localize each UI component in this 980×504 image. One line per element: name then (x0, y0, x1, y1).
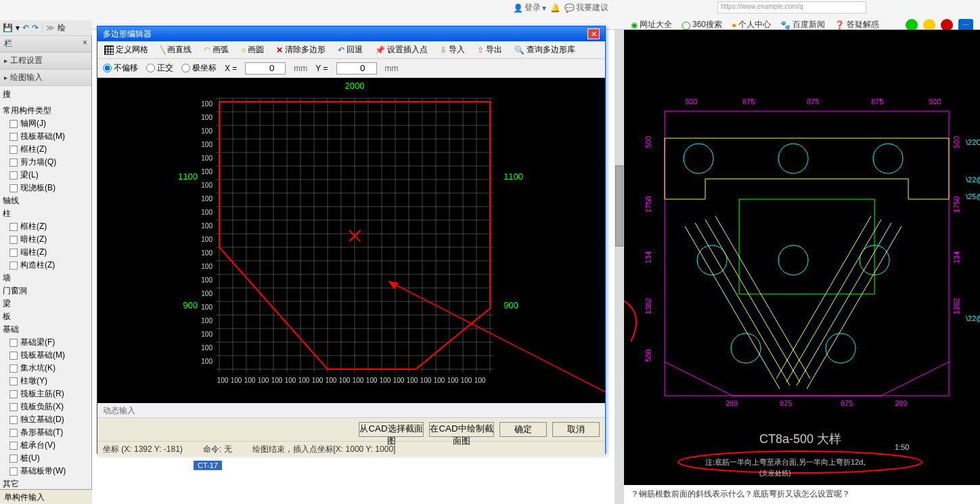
tree-item[interactable]: 梁(L) (0, 169, 91, 182)
tree-item-label: 框柱(Z) (20, 144, 47, 155)
address-bar[interactable]: https://www.example.com/q (717, 1, 866, 14)
tree-item[interactable]: 暗柱(Z) (0, 233, 91, 246)
svg-point-92 (684, 144, 713, 173)
tree-item[interactable]: 集水坑(K) (0, 362, 91, 375)
btn-cancel[interactable]: 取消 (552, 422, 600, 437)
svg-line-104 (715, 216, 810, 379)
panel-setting[interactable]: 工程设置 (0, 52, 91, 69)
item-icon (9, 249, 18, 257)
tree-item[interactable]: 框柱(Z) (0, 220, 91, 233)
tree-selected-ct17[interactable]: CT-17 (194, 461, 222, 470)
draw-label[interactable]: 绘 (58, 22, 66, 34)
tree-cat-col[interactable]: 柱 (0, 207, 91, 220)
svg-text:100: 100 (201, 249, 213, 257)
svg-text:100: 100 (447, 377, 459, 384)
btn-cad-select[interactable]: 从CAD选择截面图 (359, 422, 424, 437)
tb-draw-arc[interactable]: ◠画弧 (201, 43, 231, 57)
svg-text:100: 100 (393, 377, 405, 384)
tb-draw-circle[interactable]: ○画圆 (238, 43, 267, 57)
btn-cad-draw[interactable]: 在CAD中绘制截面图 (429, 422, 494, 437)
svg-text:100: 100 (201, 317, 213, 324)
dialog-options-row: 不偏移 正交 极坐标 X = mm Y = mm (97, 59, 605, 78)
tb-export[interactable]: ⇧导出 (474, 43, 505, 57)
x-input[interactable] (245, 62, 286, 75)
tree-item[interactable]: 基础板带(W) (0, 465, 91, 478)
svg-text:100: 100 (201, 263, 213, 270)
tree-cat-wall[interactable]: 墙 (0, 272, 91, 285)
dropdown-arrow-icon[interactable]: ▾ (16, 23, 20, 33)
svg-text:100: 100 (380, 377, 391, 384)
tree-item[interactable]: 独立基础(D) (0, 413, 91, 426)
tb-define-grid[interactable]: 定义网格 (102, 43, 151, 57)
dialog-button-row: 从CAD选择截面图 在CAD中绘制截面图 确定 取消 (97, 418, 605, 441)
tree-item[interactable]: 桩(U) (0, 452, 91, 465)
tree-cat-door[interactable]: 门窗洞 (0, 285, 91, 297)
tree-item[interactable]: 筏板主筋(R) (0, 387, 91, 400)
tb-import[interactable]: ⇩导入 (437, 43, 468, 57)
bell-icon[interactable]: 🔔 (550, 3, 560, 13)
svg-text:100: 100 (271, 377, 283, 384)
svg-line-106 (797, 223, 891, 385)
tb-insert-point[interactable]: 📌设置插入点 (372, 43, 430, 57)
pin-icon: 📌 (375, 45, 385, 55)
item-icon (9, 390, 18, 398)
panel-toolbar-section[interactable]: 栏× (0, 35, 91, 52)
tree-item-label: 剪力墙(Q) (20, 156, 56, 168)
tree-item[interactable]: 构造柱(Z) (0, 259, 91, 272)
save-icon[interactable]: 💾 (3, 23, 13, 33)
redo-icon[interactable]: ↷ (32, 23, 39, 33)
radio-no-offset[interactable]: 不偏移 (103, 62, 138, 74)
svg-text:900: 900 (504, 300, 518, 310)
tree-item[interactable]: 轴网(J) (0, 117, 91, 130)
tb-clear[interactable]: ✕清除多边形 (273, 43, 328, 57)
right-cad-panel: 500875875875500 289875875289 50017501341… (623, 30, 980, 504)
tree-item[interactable]: 柱墩(Y) (0, 375, 91, 387)
tree-item[interactable]: 条形基础(T) (0, 426, 91, 439)
polygon-canvas[interactable]: 2000 1100 1100 900 900 10010010010010010… (97, 78, 605, 403)
btn-ok[interactable]: 确定 (499, 422, 547, 437)
tb-query-lib[interactable]: 🔍查询多边形库 (512, 43, 578, 57)
y-input[interactable] (336, 62, 377, 75)
bookmark-baidu[interactable]: 🐾百度新闻 (780, 19, 825, 30)
bookmark-personal[interactable]: ●个人中心 (732, 19, 771, 30)
svg-text:100: 100 (201, 222, 213, 230)
tree-item[interactable]: 筏板基础(M) (0, 349, 91, 362)
undo-icon[interactable]: ↶ (22, 23, 29, 33)
tree-item[interactable]: 剪力墙(Q) (0, 156, 91, 169)
suggest-link[interactable]: 💬 我要建议 (564, 2, 608, 14)
tree-item[interactable]: 端柱(Z) (0, 246, 91, 259)
tool-icon[interactable]: ≫ (46, 23, 55, 33)
radio-ortho[interactable]: 正交 (146, 62, 173, 74)
bookmark-360[interactable]: ◯360搜索 (682, 19, 722, 30)
tree-item[interactable]: 筏板基础(M) (0, 130, 91, 143)
tree-item[interactable]: 现浇板(B) (0, 182, 91, 194)
tree-cat-beam[interactable]: 梁 (0, 297, 91, 310)
right-scrollbar[interactable] (615, 30, 624, 504)
bookmark-all[interactable]: ◉网址大全 (631, 19, 672, 30)
tb-back[interactable]: ↶回退 (335, 43, 365, 57)
tb-draw-line[interactable]: ╲画直线 (158, 43, 194, 57)
scrollbar-thumb[interactable] (615, 165, 623, 247)
tree-cat-common[interactable]: 常用构件类型 (0, 104, 91, 117)
tree-item[interactable]: 筏板负筋(X) (0, 400, 91, 413)
tree-cat-slab[interactable]: 板 (0, 310, 91, 323)
panel-drawinput[interactable]: 绘图输入 (0, 69, 91, 86)
dialog-titlebar[interactable]: 多边形编辑器 ✕ (97, 26, 605, 41)
component-tree: 常用构件类型 轴网(J)筏板基础(M)框柱(Z)剪力墙(Q)梁(L)现浇板(B)… (0, 103, 91, 504)
bookmark-faq[interactable]: ❓答疑解惑 (834, 19, 879, 30)
tree-item[interactable]: 基础梁(F) (0, 336, 91, 349)
tree-item[interactable]: 桩承台(V) (0, 439, 91, 452)
cad-drawing-svg: 500875875875500 289875875289 50017501341… (624, 30, 980, 504)
item-icon (9, 416, 18, 424)
tree-cat-found[interactable]: 基础 (0, 323, 91, 336)
svg-point-94 (873, 144, 903, 173)
svg-text:100: 100 (201, 127, 213, 135)
dialog-close-button[interactable]: ✕ (587, 28, 600, 39)
tree-item[interactable]: 框柱(Z) (0, 143, 91, 156)
svg-text:100: 100 (353, 377, 364, 384)
svg-text:100: 100 (201, 358, 213, 365)
tree-cat-axis[interactable]: 轴线 (0, 194, 91, 207)
login-link[interactable]: 👤 登录 ▾ (513, 2, 546, 14)
dynamic-input-row[interactable]: 动态输入 (97, 403, 605, 418)
radio-polar[interactable]: 极坐标 (181, 62, 217, 74)
